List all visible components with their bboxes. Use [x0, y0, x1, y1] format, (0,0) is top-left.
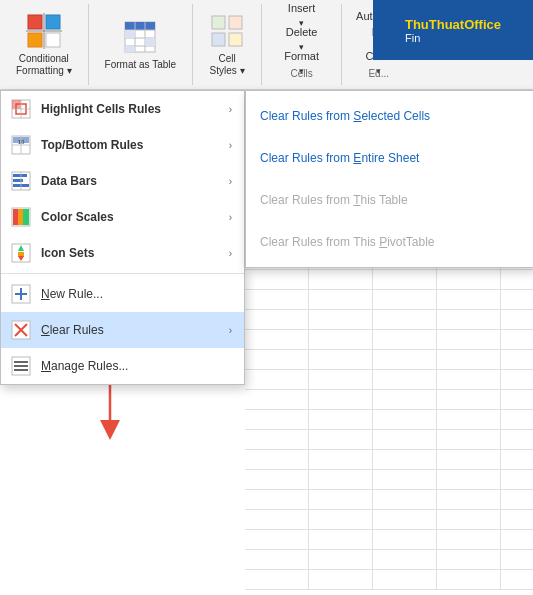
submenu-clear-sheet[interactable]: Clear Rules from Entire Sheet — [246, 137, 533, 179]
svg-rect-47 — [13, 209, 18, 225]
color-scales-label: Color Scales — [41, 210, 229, 224]
table-row — [245, 370, 533, 390]
cells-group-label: Cells — [290, 68, 312, 79]
table-row — [245, 450, 533, 470]
new-rule-icon — [9, 282, 33, 306]
format-as-table-group: Format as Table — [89, 4, 194, 85]
table-row — [245, 550, 533, 570]
clear-rules-chevron: › — [229, 325, 232, 336]
menu-item-top-bottom[interactable]: 10 Top/Bottom Rules › — [1, 127, 244, 163]
format-as-table-button[interactable]: Format as Table — [97, 7, 185, 83]
table-row — [245, 490, 533, 510]
submenu-clear-table: Clear Rules from This Table — [246, 179, 533, 221]
conditional-formatting-button[interactable]: ConditionalFormatting ▾ — [8, 7, 80, 83]
clear-rules-label: Clear Rules — [41, 323, 229, 337]
svg-rect-49 — [23, 209, 29, 225]
color-scales-chevron: › — [229, 212, 232, 223]
manage-rules-label: Manage Rules... — [41, 359, 232, 373]
top-bottom-chevron: › — [229, 140, 232, 151]
clear-rules-icon — [9, 318, 33, 342]
svg-rect-42 — [13, 174, 27, 177]
table-row — [245, 390, 533, 410]
delete-button[interactable]: Delete ▾ — [280, 26, 324, 48]
svg-rect-19 — [229, 33, 242, 46]
menu-item-icon-sets[interactable]: Icon Sets › — [1, 235, 244, 271]
editing-group-label: Ed... — [368, 68, 389, 79]
svg-rect-17 — [229, 16, 242, 29]
table-row — [245, 430, 533, 450]
svg-rect-14 — [125, 46, 135, 52]
table-row — [245, 570, 533, 590]
cell-styles-label: CellStyles ▾ — [210, 53, 245, 77]
svg-rect-7 — [125, 22, 155, 30]
svg-rect-18 — [212, 33, 225, 46]
format-label: Format — [284, 50, 319, 62]
logo-area: ThuThuatOffice Fin — [373, 0, 533, 60]
svg-rect-3 — [46, 33, 60, 47]
logo-subtext: Fin — [405, 32, 501, 44]
new-rule-label: New Rule... — [41, 287, 232, 301]
svg-rect-1 — [46, 15, 60, 29]
data-bars-chevron: › — [229, 176, 232, 187]
conditional-formatting-icon — [26, 13, 62, 49]
delete-label: Delete — [286, 26, 318, 38]
menu-item-new-rule[interactable]: New Rule... — [1, 276, 244, 312]
svg-rect-43 — [13, 179, 23, 182]
conditional-formatting-group: ConditionalFormatting ▾ — [0, 4, 89, 85]
clear-pivottable-label: Clear Rules from This PivotTable — [260, 235, 435, 249]
svg-rect-0 — [28, 15, 42, 29]
manage-rules-icon — [9, 354, 33, 378]
icon-sets-label: Icon Sets — [41, 246, 229, 260]
data-bars-icon — [9, 169, 33, 193]
submenu-clear-selected[interactable]: Clear Rules from Selected Cells — [246, 95, 533, 137]
conditional-formatting-label: ConditionalFormatting ▾ — [16, 53, 72, 77]
cell-styles-icon — [209, 13, 245, 49]
insert-label: Insert — [288, 2, 316, 14]
table-row — [245, 270, 533, 290]
cells-group: Insert ▾ Delete ▾ Format ▾ Cells — [262, 4, 342, 85]
svg-rect-16 — [212, 16, 225, 29]
cell-styles-button[interactable]: CellStyles ▾ — [201, 7, 253, 83]
menu-item-highlight-cells[interactable]: Highlight Cells Rules › — [1, 91, 244, 127]
logo-text: ThuThuatOffice — [405, 17, 501, 32]
menu-divider-1 — [1, 273, 244, 274]
clear-selected-label: Clear Rules from Selected Cells — [260, 109, 430, 123]
menu-item-manage-rules[interactable]: Manage Rules... — [1, 348, 244, 384]
color-scales-icon — [9, 205, 33, 229]
table-row — [245, 290, 533, 310]
icon-sets-icon — [9, 241, 33, 265]
highlight-cells-chevron: › — [229, 104, 232, 115]
svg-rect-13 — [125, 30, 135, 38]
conditional-formatting-dropdown: Highlight Cells Rules › 10 Top/Bottom Ru… — [0, 90, 245, 385]
highlight-cells-icon — [9, 97, 33, 121]
menu-item-color-scales[interactable]: Color Scales › — [1, 199, 244, 235]
svg-rect-48 — [18, 209, 23, 225]
submenu-clear-pivottable: Clear Rules from This PivotTable — [246, 221, 533, 263]
table-row — [245, 510, 533, 530]
clear-rules-submenu: Clear Rules from Selected Cells Clear Ru… — [245, 90, 533, 268]
icon-sets-chevron: › — [229, 248, 232, 259]
data-bars-label: Data Bars — [41, 174, 229, 188]
clear-sheet-label: Clear Rules from Entire Sheet — [260, 151, 419, 165]
menu-item-data-bars[interactable]: Data Bars › — [1, 163, 244, 199]
format-as-table-label: Format as Table — [105, 59, 177, 71]
table-row — [245, 310, 533, 330]
table-row — [245, 350, 533, 370]
top-bottom-label: Top/Bottom Rules — [41, 138, 229, 152]
ribbon: ConditionalFormatting ▾ Format a — [0, 0, 533, 90]
cell-styles-group: CellStyles ▾ — [193, 4, 262, 85]
svg-rect-15 — [145, 38, 155, 46]
svg-rect-2 — [28, 33, 42, 47]
top-bottom-icon: 10 — [9, 133, 33, 157]
format-as-table-icon — [122, 19, 158, 55]
highlight-cells-label: Highlight Cells Rules — [41, 102, 229, 116]
table-row — [245, 530, 533, 550]
table-row — [245, 470, 533, 490]
clear-table-label: Clear Rules from This Table — [260, 193, 408, 207]
table-row — [245, 410, 533, 430]
menu-item-clear-rules[interactable]: Clear Rules › — [1, 312, 244, 348]
insert-button[interactable]: Insert ▾ — [280, 2, 324, 24]
table-row — [245, 330, 533, 350]
